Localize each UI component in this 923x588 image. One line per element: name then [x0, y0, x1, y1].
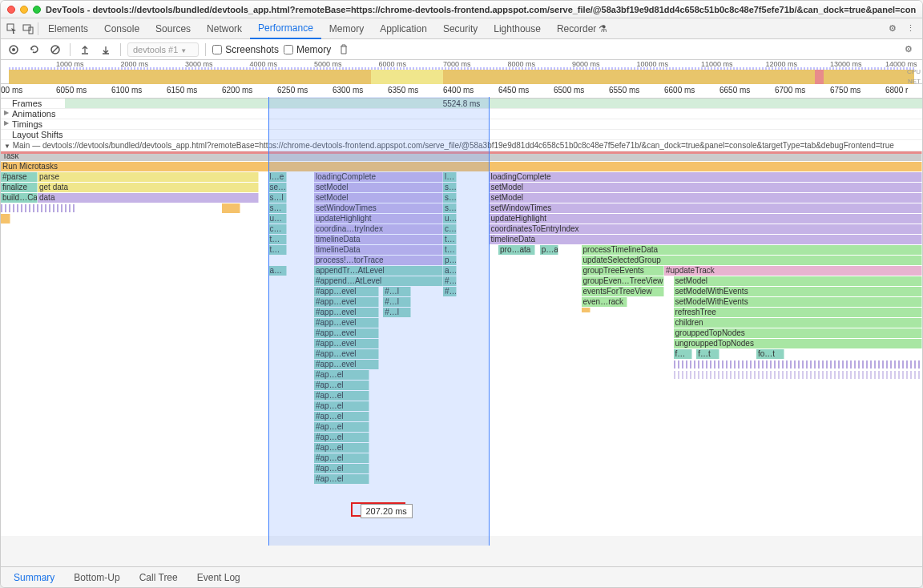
timeline-tracks: Frames 5524.8 ms Animations Timings Layo… — [1, 99, 922, 536]
tab-summary[interactable]: Summary — [6, 569, 62, 586]
svg-line-6 — [52, 46, 58, 53]
animations-track[interactable]: Animations — [1, 109, 922, 119]
minimize-button[interactable] — [20, 6, 28, 14]
screenshots-checkbox[interactable]: Screenshots — [212, 44, 279, 55]
gc-button[interactable] — [336, 42, 352, 58]
tab-bottomup[interactable]: Bottom-Up — [66, 569, 127, 586]
hover-tooltip: 207.20 ms — [361, 504, 413, 518]
settings-icon[interactable]: ⚙ — [884, 20, 901, 38]
main-thread-header[interactable]: ▼ Main — devtools://devtools/bundled/dev… — [1, 140, 922, 151]
window-controls — [7, 6, 41, 14]
details-tabs: Summary Bottom-Up Call Tree Event Log — [1, 566, 922, 587]
inspect-icon[interactable] — [4, 21, 20, 37]
memory-checkbox[interactable]: Memory — [284, 44, 331, 55]
clear-button[interactable] — [47, 42, 63, 58]
tab-eventlog[interactable]: Event Log — [189, 569, 248, 586]
timings-track[interactable]: Timings — [1, 119, 922, 130]
capture-settings-icon[interactable]: ⚙ — [900, 41, 917, 58]
chevron-down-icon: ▼ — [180, 47, 187, 54]
tab-network[interactable]: Network — [199, 18, 250, 39]
cpu-label: CPU — [907, 68, 921, 75]
flask-icon: ⚗ — [599, 23, 607, 34]
panel-tabs: Elements Console Sources Network Perform… — [1, 18, 922, 39]
maximize-button[interactable] — [33, 6, 41, 14]
upload-button[interactable] — [77, 42, 93, 58]
window-title: DevTools - devtools://devtools/bundled/d… — [41, 5, 916, 14]
selection-duration-label: 5524.8 ms — [443, 99, 481, 108]
tab-application[interactable]: Application — [372, 18, 435, 39]
tab-sources[interactable]: Sources — [147, 18, 199, 39]
device-toggle-icon[interactable] — [20, 21, 36, 37]
close-button[interactable] — [7, 6, 15, 14]
frames-track[interactable]: Frames 5524.8 ms — [1, 99, 922, 109]
svg-point-4 — [12, 48, 15, 51]
layout-shifts-track[interactable]: Layout Shifts — [1, 130, 922, 140]
tab-elements[interactable]: Elements — [40, 18, 96, 39]
reload-button[interactable] — [26, 42, 42, 58]
download-button[interactable] — [98, 42, 114, 58]
tab-performance[interactable]: Performance — [250, 18, 321, 39]
tab-security[interactable]: Security — [435, 18, 486, 39]
record-button[interactable] — [6, 42, 22, 58]
tab-memory[interactable]: Memory — [321, 18, 372, 39]
more-icon[interactable]: ⋮ — [901, 20, 919, 38]
timeline-ruler[interactable]: 00 ms 6050 ms 6100 ms 6150 ms 6200 ms 62… — [1, 84, 922, 99]
devtools-window: DevTools - devtools://devtools/bundled/d… — [0, 0, 923, 588]
overview-cpu-track — [9, 70, 914, 84]
flame-chart[interactable]: Task Run Microtasks #parse parse l…e loa… — [1, 151, 922, 536]
history-dropdown[interactable]: devtools #1 ▼ — [127, 42, 199, 57]
titlebar: DevTools - devtools://devtools/bundled/d… — [1, 1, 922, 18]
tab-recorder[interactable]: Recorder⚗ — [549, 18, 615, 39]
tab-lighthouse[interactable]: Lighthouse — [486, 18, 549, 39]
performance-toolbar: devtools #1 ▼ Screenshots Memory ⚙ — [1, 39, 922, 60]
timeline-overview[interactable]: 1000 ms 2000 ms 3000 ms 4000 ms 5000 ms … — [1, 60, 922, 84]
tab-console[interactable]: Console — [96, 18, 147, 39]
tab-calltree[interactable]: Call Tree — [131, 569, 186, 586]
flame-bar[interactable]: Run Microtasks — [1, 162, 922, 171]
